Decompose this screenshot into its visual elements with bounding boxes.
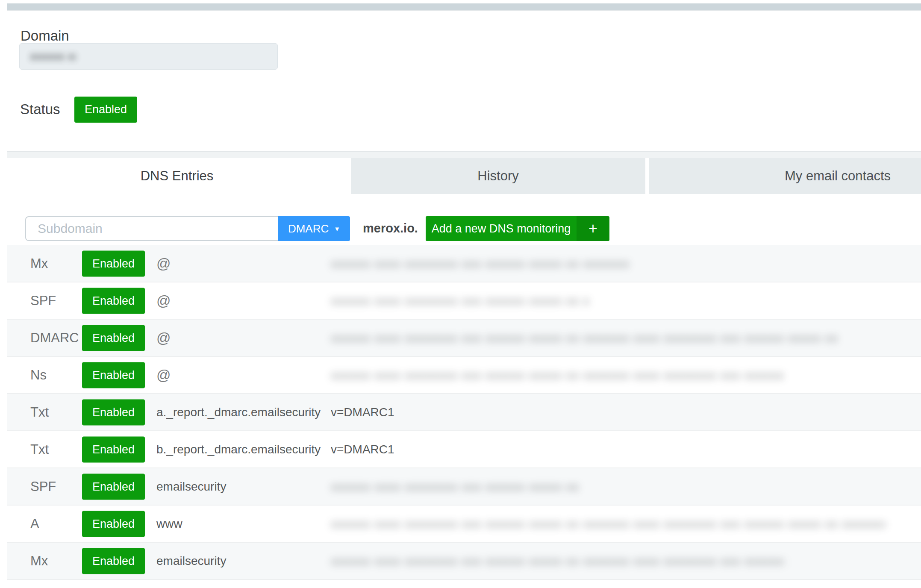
add-dns-monitoring-label: Add a new DNS monitoring	[426, 216, 577, 241]
record-subdomain: @	[156, 330, 171, 346]
domain-input[interactable]: xxxxxx xx	[19, 43, 278, 70]
record-subdomain: www	[156, 517, 182, 531]
tab-dns-entries[interactable]: DNS Entries	[7, 158, 347, 194]
record-type-dropdown-label: DMARC	[288, 222, 329, 235]
table-row[interactable]: MxEnabledemailsecurityxxxxxx xxxx xxxxxx…	[7, 543, 921, 580]
status-label: Status	[20, 101, 60, 118]
record-subdomain: emailsecurity	[156, 480, 226, 494]
status-badge[interactable]: Enabled	[82, 250, 145, 276]
table-row[interactable]: NsEnabled@xxxxxx xxxx xxxxxxxx xxx xxxxx…	[7, 357, 921, 394]
table-row[interactable]: AEnabledwwwxxxxxx xxxx xxxxxxxx xxx xxxx…	[7, 506, 921, 543]
table-row[interactable]: SPFEnabled@xxxxxx xxxx xxxxxxxx xxx xxxx…	[7, 282, 921, 320]
record-type-dropdown[interactable]: DMARC ▼	[278, 216, 350, 241]
status-badge[interactable]: Enabled	[82, 325, 145, 351]
plus-icon: +	[577, 216, 609, 241]
record-subdomain: @	[156, 293, 171, 309]
status-badge[interactable]: Enabled	[82, 362, 145, 388]
status-badge[interactable]: Enabled	[82, 548, 145, 574]
record-subdomain: a._report._dmarc.emailsecurity	[156, 406, 321, 419]
domain-label: Domain	[21, 28, 69, 44]
table-row[interactable]: TxtEnableda._report._dmarc.emailsecurity…	[7, 394, 921, 431]
redacted-value: xxxxxx xxxx xxxxxxxx xxx xxxxxx xxxxx xx…	[331, 254, 632, 273]
record-type: SPF	[30, 479, 56, 494]
record-type: Ns	[30, 368, 47, 383]
table-row[interactable]: MxEnabled@xxxxxx xxxx xxxxxxxx xxx xxxxx…	[7, 245, 921, 282]
top-strip-divider	[7, 3, 921, 10]
redacted-value: xxxxxx xxxx xxxxxxxx xxx xxxxxx xxxxx xx…	[331, 477, 580, 497]
page-background-band	[7, 152, 921, 158]
record-value: v=DMARC1	[331, 406, 394, 419]
record-value: v=DMARC1	[331, 443, 394, 456]
record-subdomain: emailsecurity	[156, 554, 226, 568]
table-row[interactable]: DMARCEnabled@xxxxxx xxxx xxxxxxxx xxx xx…	[7, 320, 921, 357]
domain-card: Domain xxxxxx xx Status Enabled	[7, 10, 921, 152]
record-type: Txt	[30, 442, 49, 457]
table-row[interactable]: TxtEnabledb._report._dmarc.emailsecurity…	[7, 431, 921, 468]
tab-my-email-contacts[interactable]: My email contacts	[649, 158, 921, 194]
redacted-value: xxxxxx xxxx xxxxxxxx xxx xxxxxx xxxxx xx…	[331, 365, 786, 385]
record-type: Mx	[30, 256, 48, 271]
status-badge[interactable]: Enabled	[82, 436, 145, 462]
redacted-domain-value: xxxxxx xx	[30, 50, 76, 63]
record-subdomain: @	[156, 367, 171, 383]
domain-suffix-label: merox.io.	[363, 221, 418, 235]
redacted-value: xxxxxx xxxx xxxxxxxx xxx xxxxxx xxxxx xx…	[331, 291, 589, 311]
record-type: SPF	[30, 293, 56, 309]
status-badge[interactable]: Enabled	[82, 288, 145, 314]
status-badge[interactable]: Enabled	[82, 473, 145, 500]
record-subdomain: b._report._dmarc.emailsecurity	[156, 443, 321, 456]
add-dns-monitoring-button[interactable]: Add a new DNS monitoring +	[426, 216, 609, 241]
dns-records-table: MxEnabled@xxxxxx xxxx xxxxxxxx xxx xxxxx…	[7, 245, 921, 580]
tab-bar: DNS Entries History My email contacts	[7, 158, 921, 194]
redacted-value: xxxxxx xxxx xxxxxxxx xxx xxxxxx xxxxx xx…	[331, 328, 837, 348]
dns-entries-panel: DMARC ▼ merox.io. Add a new DNS monitori…	[7, 194, 921, 588]
subdomain-input[interactable]	[25, 216, 278, 241]
record-type: A	[30, 516, 39, 532]
redacted-value: xxxxxx xxxx xxxxxxxx xxx xxxxxx xxxxx xx…	[331, 551, 789, 571]
status-enabled-button[interactable]: Enabled	[74, 97, 137, 123]
status-badge[interactable]: Enabled	[82, 399, 145, 425]
record-subdomain: @	[156, 256, 171, 272]
record-type: Mx	[30, 553, 48, 569]
record-type: Txt	[30, 405, 49, 420]
table-row[interactable]: SPFEnabledemailsecurityxxxxxx xxxx xxxxx…	[7, 468, 921, 506]
tab-history[interactable]: History	[351, 158, 645, 194]
status-badge[interactable]: Enabled	[82, 511, 145, 537]
record-type: DMARC	[30, 330, 79, 346]
redacted-value: xxxxxx xxxx xxxxxxxx xxx xxxxxx xxxxx xx…	[331, 514, 886, 534]
chevron-down-icon: ▼	[334, 226, 340, 232]
